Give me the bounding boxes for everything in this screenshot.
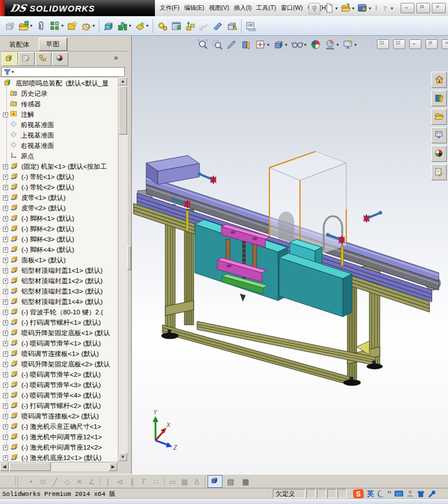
tree-item[interactable]: +面板<1> (默认) bbox=[1, 255, 66, 265]
tree-item[interactable]: +(-) 打码调节螺杆<1> (默认) bbox=[1, 317, 101, 328]
expand-icon[interactable]: + bbox=[3, 268, 8, 273]
tree-item[interactable]: +(-) 脚杯<4> (默认) bbox=[1, 244, 74, 255]
tree-item[interactable]: 历史记录 bbox=[1, 88, 47, 99]
expand-icon[interactable]: + bbox=[3, 383, 8, 388]
dropdown-arrow-icon[interactable]: ▾ bbox=[129, 23, 131, 28]
moon-icon[interactable] bbox=[377, 490, 384, 498]
ime-language-toggle[interactable]: 英 bbox=[367, 489, 374, 499]
dropdown-arrow-icon[interactable]: ▾ bbox=[335, 6, 338, 11]
custom-properties-tab[interactable] bbox=[431, 164, 447, 180]
window-prev-button[interactable]: 0 bbox=[377, 39, 389, 49]
section-view-button[interactable] bbox=[240, 38, 253, 51]
assembly-model-view[interactable]: Y X Z bbox=[132, 36, 448, 474]
child-close-button[interactable] bbox=[442, 39, 448, 49]
design-review-button[interactable] bbox=[245, 19, 257, 33]
expand-icon[interactable]: + bbox=[3, 320, 8, 325]
expand-icon[interactable]: + bbox=[3, 175, 8, 180]
mate-button[interactable] bbox=[35, 19, 47, 33]
user-icon[interactable] bbox=[406, 490, 414, 498]
tree-horizontal-scrollbar[interactable]: ◀ ▶ bbox=[0, 462, 118, 472]
expand-icon[interactable]: + bbox=[3, 279, 8, 284]
display-manager-tab[interactable] bbox=[52, 52, 68, 66]
tree-item[interactable]: 传感器 bbox=[1, 99, 41, 109]
tree-item[interactable]: +(-) 背波手轮（80-10 键）2.( bbox=[1, 307, 103, 317]
tree-item[interactable]: +喷码升降架固定底板<1> (默认 bbox=[1, 328, 110, 338]
tree-item[interactable]: 前视基准面 bbox=[1, 120, 54, 130]
open-part-button[interactable]: ▾ bbox=[17, 19, 34, 33]
new-document-button[interactable]: ▾ bbox=[324, 2, 339, 14]
help-button[interactable]: ?▾ bbox=[382, 2, 394, 14]
hide-show-items-button[interactable]: ▾ bbox=[290, 38, 308, 51]
expand-icon[interactable]: + bbox=[3, 289, 8, 294]
tree-item[interactable]: 上视基准面 bbox=[1, 130, 54, 140]
expand-icon[interactable]: + bbox=[3, 195, 8, 201]
menu-pin-icon[interactable] bbox=[309, 3, 320, 14]
tree-item[interactable]: +(-) 喷码调节滑竿<3> (默认) bbox=[1, 380, 101, 390]
tree-item[interactable]: 右视基准面 bbox=[1, 140, 54, 151]
dropdown-arrow-icon[interactable]: ▾ bbox=[304, 42, 306, 47]
scroll-up-button[interactable]: ▲ bbox=[119, 77, 127, 86]
skin-icon[interactable] bbox=[417, 490, 425, 498]
expand-icon[interactable]: + bbox=[3, 455, 8, 461]
scroll-right-button[interactable]: ▶ bbox=[109, 462, 117, 471]
tab-sketch[interactable]: 草图 bbox=[39, 38, 67, 51]
bill-of-materials-button[interactable] bbox=[170, 19, 183, 33]
dropdown-arrow-icon[interactable]: ▾ bbox=[30, 23, 32, 28]
design-library-tab[interactable] bbox=[431, 90, 447, 106]
dropdown-arrow-icon[interactable]: ▾ bbox=[267, 42, 269, 47]
expand-icon[interactable]: + bbox=[3, 393, 8, 398]
tree-item[interactable]: +喷码调节连接板<2> (默认) bbox=[1, 411, 99, 421]
tab-assembly[interactable]: 装配体 bbox=[2, 39, 36, 51]
expand-icon[interactable]: + bbox=[3, 331, 8, 336]
property-manager-tab[interactable] bbox=[18, 52, 35, 66]
view-orientation-button[interactable]: ▾ bbox=[254, 38, 271, 51]
tree-item[interactable]: +(-) 激光机中间调节座12<2> bbox=[1, 442, 102, 453]
menu-tools[interactable]: 工具(T) bbox=[254, 2, 277, 14]
dropdown-arrow-icon[interactable]: ▾ bbox=[354, 42, 357, 47]
dropdown-arrow-icon[interactable]: ▾ bbox=[352, 6, 354, 11]
tree-item[interactable]: +(-) 脚杯<3> (默认) bbox=[1, 234, 74, 244]
tree-root-item[interactable]: 底部喷吗总装配(默认<默认_显 bbox=[2, 78, 109, 88]
expand-icon[interactable]: + bbox=[3, 403, 8, 409]
filter-dropdown-arrow[interactable]: ▾ bbox=[12, 69, 14, 75]
dropdown-arrow-icon[interactable]: ▾ bbox=[391, 6, 393, 11]
show-hidden-components-button[interactable] bbox=[102, 19, 115, 33]
menu-view[interactable]: 视图(V) bbox=[207, 2, 231, 14]
apostrophes-icon[interactable]: ’’ bbox=[387, 490, 391, 498]
expand-icon[interactable]: + bbox=[3, 247, 8, 253]
child-minimize-button[interactable] bbox=[409, 39, 421, 49]
move-component-button[interactable]: ▾ bbox=[80, 19, 96, 33]
horizontal-scroll-thumb[interactable] bbox=[9, 462, 51, 471]
tree-item[interactable]: 原点 bbox=[1, 151, 34, 161]
graphics-area[interactable]: Y X Z ▾▾▾▾▾ 0D bbox=[131, 36, 448, 474]
expand-icon[interactable]: + bbox=[3, 341, 8, 346]
view-3d-button[interactable] bbox=[208, 475, 223, 488]
expand-icon[interactable]: + bbox=[3, 237, 8, 242]
exploded-view-button[interactable] bbox=[184, 19, 197, 33]
open-document-button[interactable]: ▾ bbox=[339, 2, 356, 14]
toolbox-icon[interactable] bbox=[428, 490, 436, 498]
dropdown-arrow-icon[interactable]: ▾ bbox=[336, 42, 339, 47]
expand-icon[interactable]: + bbox=[3, 112, 8, 117]
expand-icon[interactable]: + bbox=[3, 164, 8, 169]
view-settings-button[interactable]: ▾ bbox=[342, 38, 358, 51]
view-selector-button[interactable] bbox=[225, 38, 238, 51]
file-explorer-tab[interactable] bbox=[431, 109, 447, 125]
expand-icon[interactable]: + bbox=[3, 445, 8, 450]
component-pattern-button[interactable]: ▾ bbox=[49, 19, 65, 33]
tree-item[interactable]: +喷码调节连接板<1> (默认) bbox=[1, 349, 99, 359]
tree-item[interactable]: +铝型材顶端封盖1<1> (默认) bbox=[1, 265, 103, 276]
instant-3d-button[interactable] bbox=[212, 19, 224, 33]
split-horizontal-button[interactable]: ▤ bbox=[224, 476, 238, 487]
menu-edit[interactable]: 编辑(E) bbox=[182, 2, 206, 14]
panel-splitter[interactable] bbox=[127, 246, 131, 270]
tree-item[interactable]: +(-) 带轮<2> (默认) bbox=[1, 182, 74, 192]
reference-geometry-button[interactable]: ▾ bbox=[134, 19, 150, 33]
tree-vertical-scrollbar[interactable]: ▲ ▼ bbox=[118, 77, 128, 462]
expand-icon[interactable]: + bbox=[3, 414, 8, 419]
configuration-manager-tab[interactable] bbox=[35, 52, 51, 66]
expand-icon[interactable]: + bbox=[3, 310, 8, 315]
tree-item[interactable]: +皮带<1> (默认) bbox=[1, 192, 66, 203]
model-motor-cover[interactable] bbox=[146, 155, 199, 184]
menu-window[interactable]: 窗口(W) bbox=[279, 2, 305, 14]
